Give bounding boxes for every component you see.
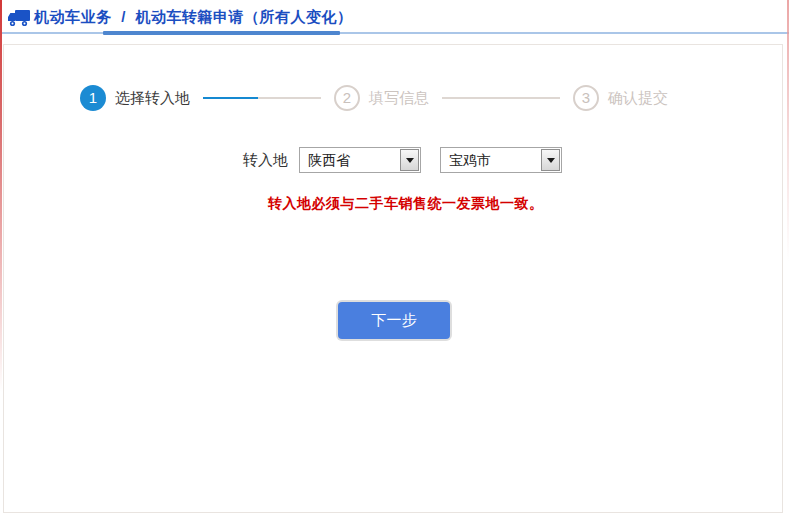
step-2-label: 填写信息 [369, 89, 429, 108]
province-select-value: 陕西省 [308, 148, 350, 172]
breadcrumb-section[interactable]: 机动车业务 [34, 8, 112, 25]
header: 机动车业务 / 机动车转籍申请（所有人变化） [0, 0, 789, 44]
step-1-label: 选择转入地 [115, 89, 190, 108]
page: 机动车业务 / 机动车转籍申请（所有人变化） 1 选择转入地 2 填写信息 3 … [0, 0, 789, 516]
chevron-down-icon[interactable] [541, 149, 560, 171]
breadcrumb-page-title: 机动车转籍申请（所有人变化） [136, 8, 353, 25]
step-connector-2 [442, 97, 560, 99]
province-select[interactable]: 陕西省 [299, 147, 421, 173]
truck-icon [7, 9, 31, 28]
destination-form-row: 转入地 陕西省 宝鸡市 [243, 147, 562, 173]
warning-text: 转入地必须与二手车销售统一发票地一致。 [268, 195, 544, 213]
active-tab-underline [103, 31, 340, 35]
stepper: 1 选择转入地 2 填写信息 3 确认提交 [80, 85, 668, 111]
step-3-circle: 3 [573, 85, 599, 111]
content-panel: 1 选择转入地 2 填写信息 3 确认提交 转入地 陕西省 宝鸡市 [3, 44, 783, 513]
chevron-down-icon[interactable] [400, 149, 419, 171]
step-1-circle: 1 [80, 85, 106, 111]
breadcrumb-separator: / [116, 8, 131, 25]
step-confirm-submit: 3 确认提交 [573, 85, 668, 111]
step-fill-info: 2 填写信息 [334, 85, 429, 111]
left-red-edge [0, 0, 2, 392]
breadcrumb: 机动车业务 / 机动车转籍申请（所有人变化） [34, 8, 353, 27]
city-select-value: 宝鸡市 [449, 148, 491, 172]
next-step-button[interactable]: 下一步 [338, 302, 450, 339]
step-connector-1 [203, 97, 321, 99]
step-3-label: 确认提交 [608, 89, 668, 108]
step-2-circle: 2 [334, 85, 360, 111]
destination-label: 转入地 [243, 151, 288, 170]
city-select[interactable]: 宝鸡市 [440, 147, 562, 173]
step-select-destination: 1 选择转入地 [80, 85, 190, 111]
